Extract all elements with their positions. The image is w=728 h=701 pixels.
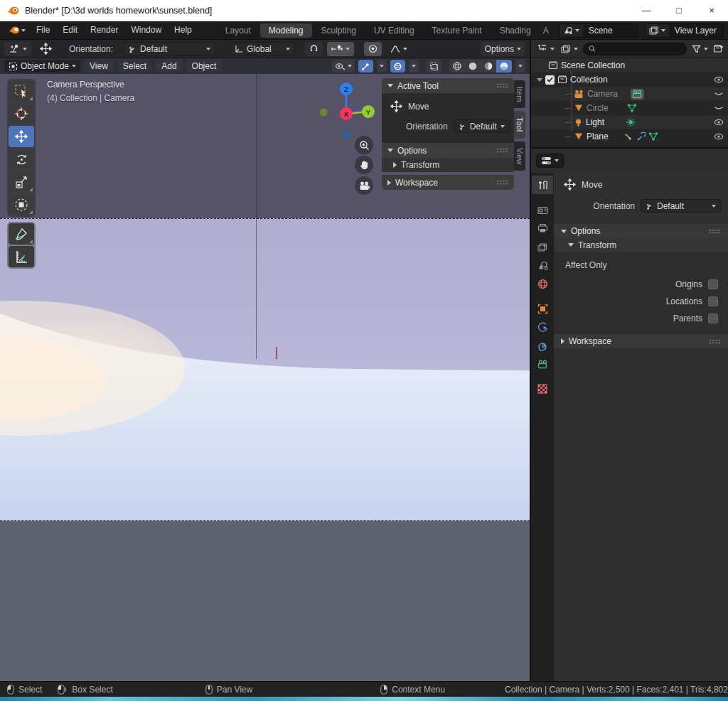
scale-tool[interactable]: [9, 171, 34, 193]
menu-help[interactable]: Help: [168, 21, 198, 39]
workspace-panel-header[interactable]: Workspace: [554, 334, 728, 348]
disclosure-triangle-icon[interactable]: [537, 78, 542, 82]
tab-layout[interactable]: Layout: [217, 23, 259, 38]
properties-editor-type-dropdown[interactable]: [536, 154, 564, 168]
scene-selector[interactable]: Scene ×: [559, 23, 638, 38]
zoom-button[interactable]: [355, 136, 373, 154]
sidebar-tab-item[interactable]: Item: [514, 80, 525, 108]
menu-edit[interactable]: Edit: [56, 21, 84, 39]
orientation-dropdown[interactable]: Default: [641, 199, 721, 213]
tab-object-data[interactable]: [532, 355, 553, 373]
visibility-dropdown[interactable]: [332, 60, 355, 73]
shading-solid-button[interactable]: [465, 60, 481, 73]
blender-menu-button[interactable]: [4, 26, 30, 35]
visibility-eye-closed-icon[interactable]: [714, 90, 724, 97]
gizmos-toggle[interactable]: [358, 60, 373, 73]
tab-object[interactable]: [532, 299, 553, 318]
mode-dropdown[interactable]: Object Mode: [4, 60, 80, 73]
viewport-3d[interactable]: Camera Perspective (4) Collection | Came…: [0, 74, 530, 681]
collection-checkbox[interactable]: [545, 75, 555, 85]
menu-add[interactable]: Add: [156, 60, 182, 73]
visibility-eye-closed-icon[interactable]: [714, 105, 724, 112]
tab-physics[interactable]: [532, 318, 553, 336]
outliner-search-input[interactable]: [599, 45, 681, 53]
snap-toggle[interactable]: [305, 42, 323, 56]
gizmos-dropdown[interactable]: [377, 60, 387, 73]
origins-checkbox[interactable]: [708, 279, 718, 289]
filter-dropdown[interactable]: [690, 42, 710, 56]
panel-grip-icon[interactable]: [496, 180, 508, 185]
menu-file[interactable]: File: [30, 21, 56, 39]
tab-constraints[interactable]: [532, 336, 553, 355]
shading-wireframe-button[interactable]: [449, 60, 465, 73]
proportional-falloff-dropdown[interactable]: [386, 42, 412, 56]
outliner-row-plane[interactable]: Plane: [531, 129, 728, 144]
tab-uv-editing[interactable]: UV Editing: [365, 23, 423, 38]
pivot-dropdown[interactable]: Global: [230, 42, 295, 55]
visibility-eye-icon[interactable]: [714, 133, 724, 140]
light-data-icon[interactable]: [626, 117, 636, 127]
outliner-row-collection[interactable]: Collection: [531, 73, 728, 87]
camera-view-button[interactable]: [355, 176, 373, 195]
shading-rendered-button[interactable]: [496, 60, 512, 73]
tab-texture-paint[interactable]: Texture Paint: [424, 23, 491, 38]
move-tool[interactable]: [9, 126, 34, 147]
locations-checkbox[interactable]: [708, 296, 718, 306]
tab-output[interactable]: [532, 219, 553, 237]
maximize-button[interactable]: □: [663, 0, 695, 21]
sidebar-tab-tool[interactable]: Tool: [514, 111, 525, 138]
outliner-search[interactable]: [583, 43, 687, 55]
sidebar-tab-view[interactable]: View: [514, 141, 525, 171]
modifier-wrench-icon[interactable]: [636, 132, 646, 141]
mesh-data-icon[interactable]: [648, 132, 658, 141]
options-panel-header[interactable]: Options: [382, 143, 514, 158]
view-layer-selector[interactable]: View Layer ×: [645, 23, 724, 38]
active-tool-panel-header[interactable]: Active Tool: [382, 78, 514, 93]
tab-tool[interactable]: [532, 176, 553, 194]
options-dropdown[interactable]: Options: [481, 42, 525, 56]
tab-shading[interactable]: Shading: [491, 23, 540, 38]
shading-material-button[interactable]: [481, 60, 496, 73]
menu-window[interactable]: Window: [124, 21, 168, 39]
rotate-tool[interactable]: [9, 149, 34, 170]
xray-toggle[interactable]: [427, 60, 441, 73]
pan-button[interactable]: [355, 156, 373, 174]
menu-view[interactable]: View: [84, 60, 114, 73]
active-tool-dropdown[interactable]: [4, 42, 31, 56]
annotate-tool[interactable]: [9, 223, 34, 245]
constraint-icon[interactable]: [624, 133, 633, 141]
menu-select[interactable]: Select: [117, 60, 152, 73]
overlays-toggle[interactable]: [390, 60, 405, 73]
tab-render[interactable]: [532, 200, 553, 219]
navigation-gizmo[interactable]: Z Y X: [317, 78, 375, 139]
transform-tool[interactable]: [9, 194, 34, 215]
outliner-row-light[interactable]: Light: [531, 115, 728, 129]
visibility-eye-icon[interactable]: [714, 119, 724, 126]
mesh-data-icon[interactable]: [627, 104, 637, 112]
transform-subpanel-header[interactable]: Transform: [554, 238, 728, 252]
proportional-editing-toggle[interactable]: [364, 42, 382, 56]
select-box-tool[interactable]: [9, 80, 34, 102]
editor-type-dropdown[interactable]: [535, 42, 556, 56]
tab-world[interactable]: [532, 274, 553, 293]
orientation-dropdown[interactable]: Default: [123, 42, 215, 55]
panel-grip-icon[interactable]: [709, 339, 721, 344]
close-button[interactable]: ×: [695, 0, 728, 21]
options-panel-header[interactable]: Options: [554, 224, 728, 238]
menu-object[interactable]: Object: [186, 60, 223, 73]
orientation-dropdown[interactable]: Default: [454, 119, 510, 133]
display-mode-dropdown[interactable]: [560, 42, 579, 56]
outliner-row-circle[interactable]: Circle: [531, 101, 728, 115]
tab-view-layer[interactable]: [532, 237, 553, 256]
gizmo-axis-z-neg[interactable]: [343, 131, 350, 139]
measure-tool[interactable]: [9, 246, 34, 267]
new-collection-button[interactable]: [713, 44, 724, 53]
panel-grip-icon[interactable]: [496, 148, 508, 153]
gizmo-axis-y-neg[interactable]: [320, 109, 328, 117]
outliner-row-camera[interactable]: Camera: [531, 87, 728, 101]
scene-name[interactable]: Scene: [583, 26, 638, 36]
workspace-panel-header[interactable]: Workspace: [382, 175, 514, 190]
tab-sculpting[interactable]: Sculpting: [313, 23, 365, 38]
menu-render[interactable]: Render: [84, 21, 124, 39]
outliner-row-scene-collection[interactable]: Scene Collection: [531, 58, 728, 73]
